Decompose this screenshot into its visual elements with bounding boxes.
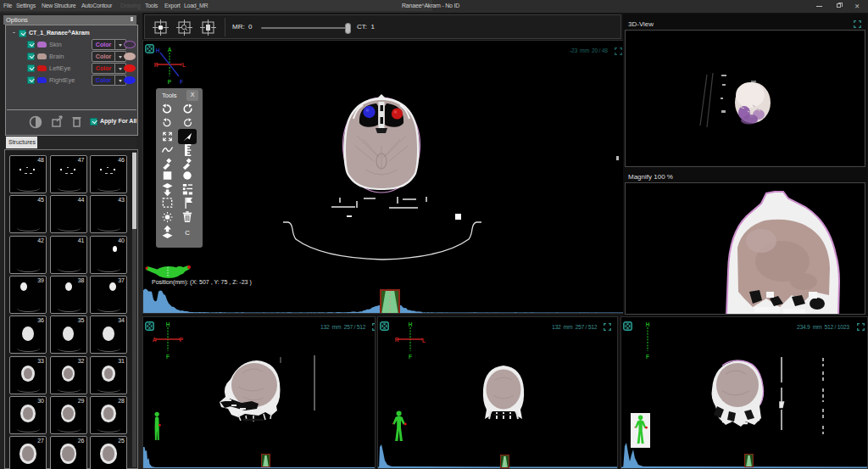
svg-text:C: C xyxy=(185,229,190,237)
